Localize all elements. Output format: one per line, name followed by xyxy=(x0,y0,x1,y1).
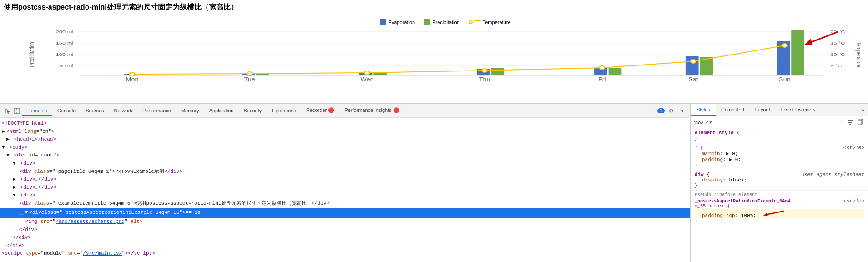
svg-text:100 ml: 100 ml xyxy=(56,52,74,57)
dom-line-div3[interactable]: ▶ <div>…</div> xyxy=(0,184,690,192)
tab-network[interactable]: Network xyxy=(110,106,137,116)
rule-padding-top-line: padding-top: 100%; xyxy=(695,209,864,218)
tab-recorder[interactable]: Recorder 🔴 xyxy=(302,106,339,116)
rule-display-property: display: xyxy=(702,177,729,183)
svg-point-30 xyxy=(247,72,252,76)
styles-panel: Styles Computed Layout Event Listeners »… xyxy=(691,104,868,262)
rule-element-style: element.style { } xyxy=(691,128,868,143)
styles-filter-input[interactable] xyxy=(694,120,837,125)
rule-div-source: user agent stylesheet xyxy=(801,172,864,177)
tab-performance[interactable]: Performance xyxy=(138,106,176,116)
rule-universal: * {<style> margin: ▶ 0; padding: ▶ 0; } xyxy=(691,143,868,170)
svg-marker-44 xyxy=(804,39,813,45)
svg-text:5 °C: 5 °C xyxy=(830,64,842,68)
tab-performance-insights[interactable]: Performance insights 🔴 xyxy=(340,106,404,116)
rule-universal-selector: * { xyxy=(695,145,704,151)
filter-copy-icon[interactable] xyxy=(856,118,865,126)
dom-line-img[interactable]: <img src="/src/assets/echarts.png" alt> xyxy=(0,218,690,226)
filter-plus-icon[interactable]: + xyxy=(839,119,844,125)
svg-point-35 xyxy=(782,44,787,47)
svg-rect-25 xyxy=(491,68,504,75)
dom-line-div-root[interactable]: ▼ <div id="root"> xyxy=(0,151,690,160)
legend-evaporation: Evaporation xyxy=(380,19,415,25)
tab-sources[interactable]: Sources xyxy=(81,106,108,116)
svg-text:Wed: Wed xyxy=(360,77,373,82)
svg-rect-20 xyxy=(686,56,699,75)
svg-rect-51 xyxy=(848,122,852,123)
rule-universal-close: } xyxy=(695,162,698,168)
rule-pseudo-selector: _postcssAspectRatioMiniExample_64q4 xyxy=(695,199,790,204)
svg-text:Mon: Mon xyxy=(126,77,139,82)
svg-point-34 xyxy=(691,60,696,63)
rule-padding-top-value: 100%; xyxy=(741,213,756,218)
rule-display-value: block; xyxy=(729,177,747,183)
svg-line-43 xyxy=(808,32,838,43)
devtools-right-icons: 1 ⚙ ✕ xyxy=(657,106,686,116)
dom-line-div4[interactable]: ▼ <div> xyxy=(0,191,690,200)
pseudo-before-label: Pseudo ::before element xyxy=(695,192,864,197)
dom-line-doctype: <!DOCTYPE html> xyxy=(0,120,690,128)
svg-point-32 xyxy=(482,69,487,72)
svg-rect-52 xyxy=(849,124,851,125)
chart-title: 使用postcss-aspect-ratio-mini处理元素的尺寸固定为纵横比… xyxy=(0,0,868,15)
dom-line-body[interactable]: ▼ <body> xyxy=(0,144,690,152)
legend-temperature-icon xyxy=(469,20,473,24)
filter-toggle-icon[interactable] xyxy=(846,118,855,126)
rule-element-style-close: } xyxy=(695,136,698,141)
dom-line-html[interactable]: ▶<html lang="en"> xyxy=(0,128,690,136)
svg-text:Thu: Thu xyxy=(479,77,490,82)
legend-precipitation-label: Precipitation xyxy=(432,20,460,25)
svg-point-31 xyxy=(364,71,369,75)
cursor-icon[interactable] xyxy=(4,107,12,115)
svg-rect-50 xyxy=(848,120,853,121)
dom-line-close-div1: </div> xyxy=(0,226,690,234)
dom-line-example-title[interactable]: <div class="_exampleItemTitle_64q4m_6">使… xyxy=(0,200,690,208)
chart-area: Evaporation Precipitation Temperature 20… xyxy=(0,15,868,104)
rule-pseudo-before: Pseudo ::before element _postcssAspectRa… xyxy=(691,191,868,226)
dom-line-div2[interactable]: ▶ <div>…</div> xyxy=(0,176,690,184)
red-arrow-annotation xyxy=(799,30,840,49)
rule-pseudo-close: } xyxy=(695,218,698,224)
tab-console[interactable]: Console xyxy=(53,106,80,116)
styles-more-tabs-icon[interactable]: » xyxy=(858,104,868,116)
svg-text:150 ml: 150 ml xyxy=(56,41,74,45)
dom-line-div1[interactable]: ▼ <div> xyxy=(0,160,690,168)
tab-layout[interactable]: Layout xyxy=(750,104,776,116)
dom-line-close-div2: </div> xyxy=(0,234,690,242)
settings-icon[interactable]: ⚙ xyxy=(666,106,676,116)
tab-styles[interactable]: Styles xyxy=(691,104,716,116)
legend-temperature: Temperature xyxy=(469,19,511,25)
tab-computed[interactable]: Computed xyxy=(716,104,750,116)
dom-line-page-title[interactable]: <div class="_pageTitle_64q4m_1">PxToVwEx… xyxy=(0,168,690,176)
svg-text:200 ml: 200 ml xyxy=(56,30,74,34)
dom-line-head[interactable]: ▶ <head>…</head> xyxy=(0,136,690,144)
styles-tabs-bar: Styles Computed Layout Event Listeners » xyxy=(691,104,868,116)
chart-svg: 200 ml 150 ml 100 ml 50 ml 20 °C 15 °C 1… xyxy=(28,27,863,82)
tab-memory[interactable]: Memory xyxy=(177,106,204,116)
svg-line-55 xyxy=(766,211,784,215)
rule-pseudo-before-line: m_55:before { xyxy=(695,204,864,209)
svg-point-29 xyxy=(130,72,135,76)
tab-lighthouse[interactable]: Lighthouse xyxy=(267,106,301,116)
tab-elements[interactable]: Elements xyxy=(22,106,52,116)
tab-security[interactable]: Security xyxy=(239,106,266,116)
rule-div-close: } xyxy=(695,183,698,188)
dom-line-close-div3: </div> xyxy=(0,242,690,250)
legend-temperature-label: Temperature xyxy=(483,20,511,25)
rule-margin-property: margin: xyxy=(702,151,726,156)
devtools-panel: Elements Console Sources Network Perform… xyxy=(0,104,868,262)
inspect-icon[interactable] xyxy=(13,107,21,115)
svg-text:Precipitation: Precipitation xyxy=(29,42,36,67)
styles-filter-bar: + xyxy=(691,116,868,128)
dom-line-script[interactable]: <script type="module" src="/src/main.tsx… xyxy=(0,250,690,258)
close-devtools-icon[interactable]: ✕ xyxy=(677,106,686,116)
svg-rect-26 xyxy=(609,68,622,75)
svg-rect-54 xyxy=(858,120,862,125)
notification-badge: 1 xyxy=(657,108,665,113)
svg-text:10 °C: 10 °C xyxy=(830,52,845,57)
svg-text:Tue: Tue xyxy=(244,77,255,82)
dom-line-aspect-ratio[interactable]: … ▼ <div class="_postcssAspectRatioMiniE… xyxy=(0,208,690,218)
tab-application[interactable]: Application xyxy=(205,106,238,116)
rule-padding-property: padding: xyxy=(702,157,729,162)
tab-event-listeners[interactable]: Event Listeners xyxy=(776,104,821,116)
